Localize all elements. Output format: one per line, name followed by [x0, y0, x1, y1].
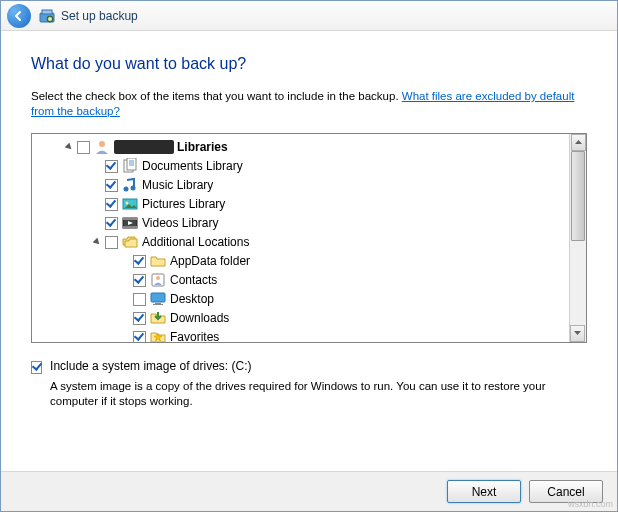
- system-image-row: Include a system image of drives: (C:) A…: [31, 359, 587, 410]
- checkbox[interactable]: [105, 179, 118, 192]
- library-music-icon: [122, 177, 138, 193]
- collapse-icon[interactable]: [64, 142, 75, 153]
- downloads-icon: [150, 310, 166, 326]
- scroll-down-button[interactable]: [570, 325, 585, 342]
- page-heading: What do you want to back up?: [31, 55, 587, 73]
- node-label: Desktop: [170, 290, 214, 309]
- content-area: What do you want to back up? Select the …: [1, 31, 617, 471]
- backup-tree: Libraries Documents Library Music Librar…: [31, 133, 587, 343]
- checkbox[interactable]: [133, 312, 146, 325]
- svg-rect-1: [42, 10, 52, 14]
- node-label: AppData folder: [170, 252, 250, 271]
- checkbox[interactable]: [77, 141, 90, 154]
- checkbox[interactable]: [105, 160, 118, 173]
- intro-sentence: Select the check box of the items that y…: [31, 90, 402, 102]
- desktop-icon: [150, 291, 166, 307]
- svg-rect-20: [153, 304, 163, 305]
- folder-stack-icon: [122, 234, 138, 250]
- checkbox[interactable]: [133, 255, 146, 268]
- svg-point-3: [99, 141, 105, 147]
- tree-node-videos[interactable]: Videos Library: [34, 214, 567, 233]
- tree-node-music[interactable]: Music Library: [34, 176, 567, 195]
- library-documents-icon: [122, 158, 138, 174]
- svg-point-17: [156, 276, 160, 280]
- tree-viewport: Libraries Documents Library Music Librar…: [32, 134, 569, 342]
- scroll-thumb[interactable]: [571, 151, 585, 241]
- tree-node-favorites[interactable]: Favorites: [34, 328, 567, 342]
- checkbox[interactable]: [105, 217, 118, 230]
- checkbox[interactable]: [133, 293, 146, 306]
- footer: Next Cancel: [1, 471, 617, 511]
- node-label: Contacts: [170, 271, 217, 290]
- favorites-icon: [150, 329, 166, 342]
- tree-node-documents[interactable]: Documents Library: [34, 157, 567, 176]
- backup-icon: [39, 8, 55, 24]
- titlebar: Set up backup: [1, 1, 617, 31]
- wizard-window: Set up backup What do you want to back u…: [0, 0, 618, 512]
- folder-icon: [150, 253, 166, 269]
- collapse-icon[interactable]: [92, 237, 103, 248]
- library-videos-icon: [122, 215, 138, 231]
- svg-point-9: [124, 187, 129, 192]
- intro-text: Select the check box of the items that y…: [31, 89, 587, 119]
- svg-rect-14: [123, 218, 137, 220]
- user-icon: [94, 139, 110, 155]
- svg-point-10: [131, 186, 136, 191]
- node-label: Favorites: [170, 328, 219, 342]
- system-image-description: A system image is a copy of the drives r…: [50, 379, 587, 410]
- svg-rect-19: [155, 303, 161, 304]
- tree-node-contacts[interactable]: Contacts: [34, 271, 567, 290]
- system-image-text: Include a system image of drives: (C:) A…: [50, 359, 587, 410]
- svg-rect-15: [123, 226, 137, 228]
- node-label: Pictures Library: [142, 195, 225, 214]
- library-pictures-icon: [122, 196, 138, 212]
- checkbox[interactable]: [133, 274, 146, 287]
- node-label: Additional Locations: [142, 233, 249, 252]
- tree-node-downloads[interactable]: Downloads: [34, 309, 567, 328]
- scroll-up-button[interactable]: [571, 134, 586, 151]
- redacted-username: [114, 140, 174, 154]
- arrow-left-icon: [13, 10, 25, 22]
- tree-node-desktop[interactable]: Desktop: [34, 290, 567, 309]
- window-title: Set up backup: [61, 9, 138, 23]
- scroll-track[interactable]: [570, 151, 586, 325]
- cancel-button[interactable]: Cancel: [529, 480, 603, 503]
- node-label: Music Library: [142, 176, 213, 195]
- node-label: Libraries: [177, 138, 228, 157]
- svg-point-12: [126, 202, 129, 205]
- svg-rect-5: [127, 158, 136, 170]
- next-button[interactable]: Next: [447, 480, 521, 503]
- system-image-checkbox[interactable]: [31, 361, 42, 374]
- tree-node-libraries[interactable]: Libraries: [34, 138, 567, 157]
- checkbox[interactable]: [105, 198, 118, 211]
- node-label: Documents Library: [142, 157, 243, 176]
- tree-node-additional[interactable]: Additional Locations: [34, 233, 567, 252]
- svg-rect-18: [151, 293, 165, 302]
- node-label: Downloads: [170, 309, 229, 328]
- tree-node-appdata[interactable]: AppData folder: [34, 252, 567, 271]
- checkbox[interactable]: [133, 331, 146, 342]
- checkbox[interactable]: [105, 236, 118, 249]
- system-image-label: Include a system image of drives: (C:): [50, 359, 587, 373]
- node-label: Videos Library: [142, 214, 219, 233]
- tree-node-pictures[interactable]: Pictures Library: [34, 195, 567, 214]
- back-button[interactable]: [7, 4, 31, 28]
- contacts-icon: [150, 272, 166, 288]
- tree-scrollbar[interactable]: [569, 134, 586, 342]
